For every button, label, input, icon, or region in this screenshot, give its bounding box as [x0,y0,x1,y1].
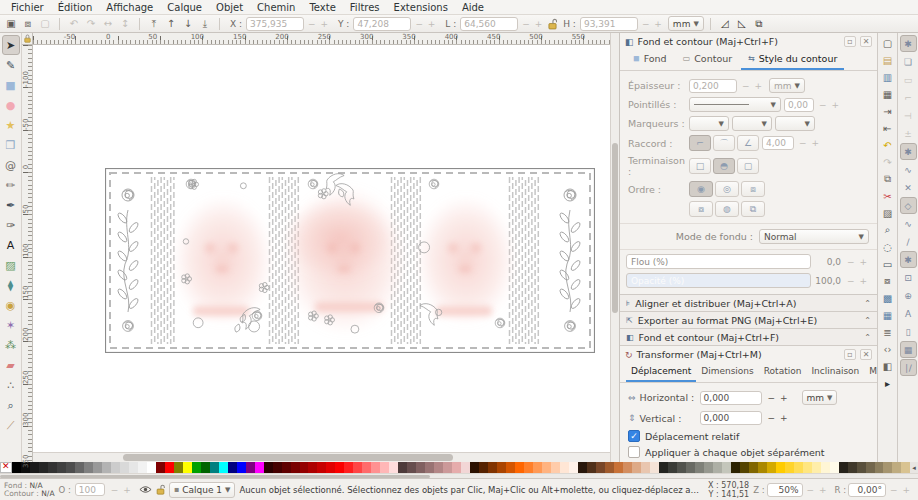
color-swatch[interactable] [237,462,246,473]
color-swatch[interactable] [623,462,632,473]
color-swatch[interactable] [192,462,201,473]
tab[interactable]: ◼Fond [626,50,674,70]
color-swatch[interactable] [219,462,228,473]
canvas[interactable] [33,45,610,452]
join-miter-button[interactable]: ⌐ [689,135,711,151]
color-swatch[interactable] [470,462,479,473]
color-swatch[interactable] [866,462,875,473]
paint-order-2-button[interactable]: ◎ [715,181,739,197]
snap-rotation-centers-toggle[interactable]: ⊕ [900,287,917,304]
measure-tool[interactable]: ⟋ [2,415,20,435]
flip-vertical-button[interactable]: ↕ [117,16,133,31]
color-swatch[interactable] [821,462,830,473]
rotate-ccw-button[interactable]: ↶ [66,16,82,31]
color-swatch[interactable] [93,462,102,473]
color-swatch[interactable] [102,462,111,473]
menu-item[interactable]: Texte [302,1,342,14]
no-color-swatch[interactable] [0,462,12,473]
undo-button[interactable]: ↶ [880,137,896,153]
snap-cusp-nodes-toggle[interactable]: ◇ [900,197,917,214]
ungroup-button[interactable]: ▦ [880,307,896,323]
color-swatch[interactable] [398,462,407,473]
color-swatch[interactable] [758,462,767,473]
color-swatch[interactable] [362,462,371,473]
width-input[interactable]: 64,560 [460,17,518,31]
snap-bbox-centers-toggle[interactable]: ± [900,125,917,142]
color-swatch[interactable] [587,462,596,473]
color-swatch[interactable] [344,462,353,473]
vertical-input[interactable]: 0,000 [700,411,762,425]
relative-move-checkbox[interactable]: ✓ [628,430,640,442]
color-swatch[interactable] [524,462,533,473]
vertical-scrollbar[interactable] [610,33,619,462]
blur-slider[interactable]: Flou (%) [626,254,811,269]
color-swatch[interactable] [542,462,551,473]
toolbar-overflow-arrow[interactable]: ▸ [880,375,896,391]
color-swatch[interactable] [183,462,192,473]
color-swatch[interactable] [425,462,434,473]
tab[interactable]: Matrice [864,363,877,382]
color-swatch[interactable] [30,462,39,473]
color-swatch[interactable] [515,462,524,473]
color-swatch[interactable] [533,462,542,473]
box3d-tool[interactable]: ❒ [2,135,20,155]
fill-stroke-panel-bar[interactable]: ◧ Fond et contour (Maj+Ctrl+F) ⌃ [620,329,877,346]
marker-start-dropdown[interactable]: ▼ [689,116,729,131]
paint-order-6-button[interactable]: ⧉ [741,201,765,217]
color-swatch[interactable] [722,462,731,473]
blur-value[interactable]: 0,0 [815,257,841,267]
y-spinner[interactable]: − + [415,19,436,29]
dock-float-button[interactable]: ▫ [844,349,856,360]
document-properties-button[interactable]: ▢ [880,35,896,51]
zoom-page-button[interactable]: ▭ [880,256,896,272]
save-document-button[interactable]: ▥ [880,69,896,85]
dock-float-button[interactable]: ▫ [844,36,856,47]
paint-order-3-button[interactable]: ⧈ [741,181,765,197]
color-swatch[interactable] [291,462,300,473]
color-swatch[interactable] [264,462,273,473]
color-swatch[interactable] [452,462,461,473]
color-swatch[interactable] [326,462,335,473]
color-swatch[interactable] [704,462,713,473]
color-swatch[interactable] [66,462,75,473]
snap-page-border-toggle[interactable]: ▯ [900,323,917,340]
scale-stroke-toggle[interactable]: ◿ [717,16,733,31]
color-swatch[interactable] [488,462,497,473]
color-swatch[interactable] [39,462,48,473]
snap-line-midpoints-toggle[interactable]: ∕ [900,233,917,250]
layer-visibility-icon[interactable] [139,485,152,494]
scrollbar-thumb[interactable] [0,475,430,478]
text-tool[interactable]: A [2,235,20,255]
color-swatch[interactable] [380,462,389,473]
export-png-panel-bar[interactable]: ⇱ Exporter au format PNG (Maj+Ctrl+E) ⌃ [620,312,877,329]
bucket-fill-tool[interactable]: ◉ [2,295,20,315]
selector-tool[interactable]: ➤ [2,35,20,55]
transform-unit-dropdown[interactable]: mm▼ [802,390,838,405]
raise-to-top-button[interactable]: ⤒ [146,16,162,31]
connector-tool[interactable]: ∴ [2,375,20,395]
raise-button[interactable]: ↑ [163,16,179,31]
snap-bbox-midpoints-toggle[interactable]: ⊣ [900,107,917,124]
color-swatch[interactable] [677,462,686,473]
snap-smooth-nodes-toggle[interactable]: ∿ [900,215,917,232]
color-swatch[interactable] [174,462,183,473]
rotation-input[interactable]: 0,00° [848,483,886,497]
select-all-button[interactable]: ▣ [3,16,19,31]
tab[interactable]: Rotation [759,363,807,382]
snap-object-centers-toggle[interactable]: ⊡ [900,269,917,286]
color-swatch[interactable] [111,462,120,473]
color-swatch[interactable] [129,462,138,473]
color-swatch[interactable] [883,462,892,473]
color-swatch[interactable] [506,462,515,473]
color-swatch[interactable] [335,462,344,473]
color-swatch[interactable] [57,462,66,473]
export-button[interactable]: ⇤ [880,120,896,136]
menu-item[interactable]: Extensions [387,1,455,14]
paint-order-5-button[interactable]: ◍ [715,201,739,217]
select-all-layers-button[interactable]: ⧈ [20,16,36,31]
zoom-tool[interactable]: ⌕ [2,395,20,415]
snap-others-toggle[interactable]: ✱ [900,251,917,268]
blend-mode-dropdown[interactable]: Normal▼ [759,229,869,244]
print-button[interactable]: ▦ [880,86,896,102]
fill-stroke-indicator[interactable]: Fond : N/A Contour : N/A [4,482,55,498]
